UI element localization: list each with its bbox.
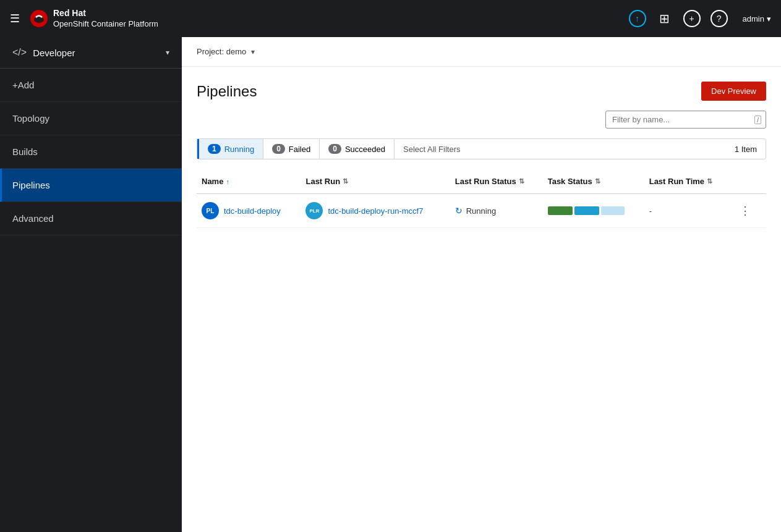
filter-input-wrapper: /: [605, 111, 766, 129]
status-filter-bar: 1 Running 0 Failed 0 Succeeded Select Al…: [197, 138, 766, 159]
sidebar-item-advanced[interactable]: Advanced: [0, 202, 182, 235]
top-nav: ☰ Red Hat OpenShift Container Platform ↑…: [0, 0, 781, 37]
failed-label: Failed: [289, 145, 310, 154]
filter-row: /: [182, 111, 781, 138]
col-actions: [730, 169, 766, 194]
sidebar-role-selector[interactable]: </> Developer ▾: [0, 37, 182, 69]
add-icon[interactable]: +: [683, 10, 701, 27]
last-run-time-cell: -: [644, 194, 730, 228]
running-filter-button[interactable]: 1 Running: [197, 139, 263, 159]
filter-slash-icon: /: [754, 116, 761, 124]
task-bar-succeeded: [548, 206, 573, 215]
svg-point-1: [34, 17, 44, 23]
col-task-status[interactable]: Task Status ⇅: [543, 169, 644, 194]
developer-icon: </>: [12, 47, 27, 58]
page-header: Pipelines Dev Preview: [182, 67, 781, 111]
task-status-cell: [543, 194, 644, 228]
sidebar: </> Developer ▾ +Add Topology Builds Pip…: [0, 37, 182, 532]
col-last-run-time[interactable]: Last Run Time ⇅: [644, 169, 730, 194]
sort-icon-status: ⇅: [519, 177, 524, 185]
brand: Red Hat OpenShift Container Platform: [30, 7, 629, 29]
sidebar-item-add[interactable]: +Add: [0, 69, 182, 102]
chevron-down-icon: ▾: [166, 48, 169, 57]
brand-text: Red Hat OpenShift Container Platform: [53, 7, 158, 29]
running-status-label: Running: [466, 206, 496, 216]
dev-preview-button[interactable]: Dev Preview: [701, 82, 766, 101]
running-count-badge: 1: [208, 144, 221, 154]
running-label: Running: [224, 145, 254, 154]
user-menu[interactable]: admin ▾: [743, 14, 771, 23]
help-icon[interactable]: ?: [711, 10, 728, 27]
actions-cell: ⋮: [730, 194, 766, 228]
item-count: 1 Item: [726, 140, 766, 159]
sort-icon-last-run: ⇅: [343, 177, 348, 185]
last-run-link[interactable]: tdc-build-deploy-run-mccf7: [328, 206, 423, 216]
status-cell: ↻ Running: [450, 194, 543, 228]
sidebar-role-label: Developer: [33, 48, 75, 58]
chevron-down-icon: ▾: [767, 14, 771, 23]
sidebar-item-topology[interactable]: Topology: [0, 102, 182, 135]
redhat-logo: [30, 9, 48, 28]
col-name[interactable]: Name ↑: [197, 169, 301, 194]
sidebar-item-pipelines[interactable]: Pipelines: [0, 169, 182, 202]
plr-badge: PLR: [305, 202, 323, 219]
sort-icon-time: ⇅: [707, 177, 712, 185]
content-area: Project: demo ▾ Pipelines Dev Preview / …: [182, 37, 781, 532]
filter-input[interactable]: [605, 111, 766, 129]
table-body: PL tdc-build-deploy PLR tdc-build-deploy…: [197, 194, 766, 228]
pl-badge: PL: [202, 202, 219, 219]
sidebar-item-builds[interactable]: Builds: [0, 135, 182, 169]
table-header: Name ↑ Last Run ⇅ Last Run Status: [197, 169, 766, 194]
last-run-cell: PLR tdc-build-deploy-run-mccf7: [301, 194, 450, 228]
pipeline-name-link[interactable]: tdc-build-deploy: [224, 206, 281, 216]
table-row: PL tdc-build-deploy PLR tdc-build-deploy…: [197, 194, 766, 228]
project-dropdown-icon[interactable]: ▾: [251, 48, 255, 56]
nav-icons: ↑ ⊞ + ? admin ▾: [629, 10, 771, 27]
task-bar-pending: [601, 206, 625, 215]
upload-icon[interactable]: ↑: [629, 10, 646, 27]
project-bar: Project: demo ▾: [182, 37, 781, 67]
sort-icon-task: ⇅: [595, 177, 600, 185]
succeeded-filter-button[interactable]: 0 Succeeded: [320, 139, 395, 159]
failed-filter-button[interactable]: 0 Failed: [263, 139, 320, 159]
succeeded-count-badge: 0: [328, 144, 341, 154]
hamburger-icon[interactable]: ☰: [10, 12, 20, 25]
succeeded-label: Succeeded: [345, 145, 385, 154]
failed-count-badge: 0: [272, 144, 285, 154]
col-last-run-status[interactable]: Last Run Status ⇅: [450, 169, 543, 194]
select-all-filters[interactable]: Select All Filters: [395, 140, 726, 159]
col-last-run[interactable]: Last Run ⇅: [301, 169, 450, 194]
task-bar-running: [574, 206, 599, 215]
sort-icon-name: ↑: [226, 178, 229, 185]
pipelines-table: Name ↑ Last Run ⇅ Last Run Status: [197, 169, 766, 228]
project-label: Project: demo: [197, 47, 246, 56]
page-title: Pipelines: [197, 83, 257, 100]
running-status-icon: ↻: [455, 206, 463, 216]
apps-icon[interactable]: ⊞: [656, 10, 673, 27]
main-layout: </> Developer ▾ +Add Topology Builds Pip…: [0, 37, 781, 532]
name-cell: PL tdc-build-deploy: [197, 194, 301, 228]
kebab-menu-button[interactable]: ⋮: [735, 201, 756, 220]
